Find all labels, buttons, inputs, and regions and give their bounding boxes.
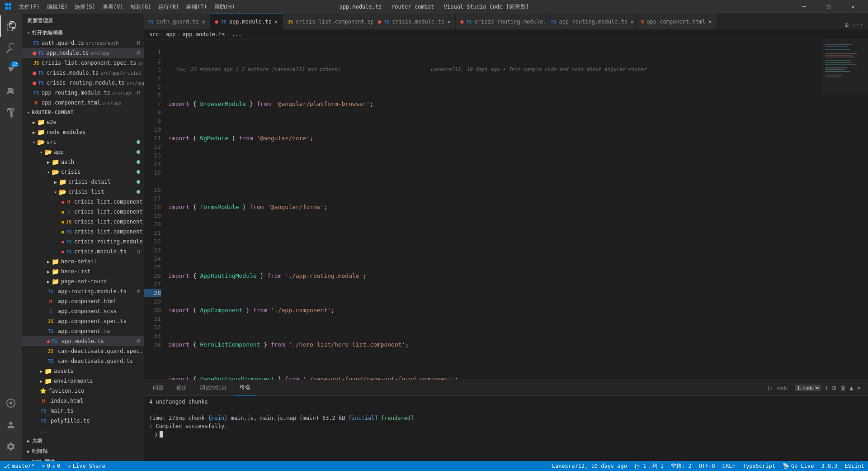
file-polyfills[interactable]: TS polyfills.ts bbox=[22, 416, 144, 426]
panel-maximize[interactable]: ▲ bbox=[849, 384, 853, 391]
activity-accounts[interactable] bbox=[0, 414, 22, 436]
outline-section[interactable]: ▶ 大纲 bbox=[22, 436, 144, 446]
folder-src[interactable]: ▾ 📂 src bbox=[22, 137, 144, 147]
breadcrumb-app[interactable]: app bbox=[166, 31, 176, 38]
status-encoding[interactable]: UTF-8 bbox=[695, 461, 719, 471]
activity-extensions[interactable] bbox=[0, 102, 22, 124]
breadcrumb-src[interactable]: src bbox=[149, 31, 159, 38]
menu-help[interactable]: 帮助(H) bbox=[211, 0, 239, 14]
open-editor-crisis-module[interactable]: ● TS crisis.module.ts src/app/crisis U bbox=[22, 68, 144, 78]
panel-tab-debug[interactable]: 调试控制台 bbox=[194, 380, 232, 396]
file-crisis-list-html[interactable]: ● H crisis-list.component.html U bbox=[22, 197, 144, 207]
router-combat-section[interactable]: ▾ ROUTER-COMBAT bbox=[22, 108, 144, 117]
file-app-module[interactable]: ● TS app.module.ts M bbox=[22, 336, 144, 346]
status-line-ending[interactable]: CRLF bbox=[719, 461, 739, 471]
folder-auth[interactable]: ▶ 📁 auth bbox=[22, 157, 144, 167]
panel-split-terminal[interactable]: ⊡ bbox=[832, 384, 836, 391]
timeline-section[interactable]: ▶ 时间轴 bbox=[22, 446, 144, 457]
breadcrumb-file[interactable]: app.module.ts bbox=[183, 31, 225, 38]
status-liveshare[interactable]: ↗ Live Share bbox=[64, 461, 109, 471]
menu-run[interactable]: 运行(R) bbox=[155, 0, 183, 14]
file-app-component-ts[interactable]: TS app.component.ts bbox=[22, 326, 144, 336]
file-crisis-module[interactable]: ● TS crisis.module.ts U bbox=[22, 247, 144, 257]
tab-more[interactable]: ··· bbox=[851, 20, 864, 29]
file-crisis-routing[interactable]: ● TS crisis-routing.module.ts U bbox=[22, 237, 144, 247]
panel-add-terminal[interactable]: + bbox=[825, 384, 828, 391]
folder-hero-detail[interactable]: ▶ 📁 hero-detail bbox=[22, 257, 144, 266]
folder-assets[interactable]: ▶ 📁 assets bbox=[22, 366, 144, 376]
menu-edit[interactable]: 编辑(E) bbox=[43, 0, 71, 14]
file-app-component-html[interactable]: H app.component.html bbox=[22, 296, 144, 306]
tab-crisis-module[interactable]: ● TS crisis.module.ts × bbox=[373, 14, 456, 29]
status-git[interactable]: ⎇ master* bbox=[0, 461, 38, 471]
open-editors-section[interactable]: ▾ 打开的编辑器 bbox=[22, 28, 144, 38]
maximize-button[interactable]: □ bbox=[818, 0, 839, 14]
status-go-live[interactable]: 📡 Go Live bbox=[779, 461, 818, 471]
minimize-button[interactable]: ─ bbox=[794, 0, 815, 14]
file-app-component-scss[interactable]: S app.component.scss bbox=[22, 306, 144, 316]
file-crisis-list-scss[interactable]: ● S crisis-list.component.scss U bbox=[22, 207, 144, 217]
menu-select[interactable]: 选择(S) bbox=[71, 0, 99, 14]
folder-page-not-found[interactable]: ▶ 📁 page-not-found bbox=[22, 276, 144, 286]
file-index-html[interactable]: H index.html bbox=[22, 396, 144, 406]
tab-app-component-html[interactable]: H app.component.html × bbox=[637, 14, 717, 29]
terminal-selector[interactable]: 1: node bbox=[795, 385, 821, 391]
menu-file[interactable]: 文件(F) bbox=[15, 0, 43, 14]
open-editor-app-module[interactable]: ● TS app.module.ts src/app M bbox=[22, 48, 144, 58]
status-spaces[interactable]: 空格: 2 bbox=[667, 461, 695, 471]
file-app-component-spec[interactable]: JS app.component.spec.ts bbox=[22, 316, 144, 326]
activity-source-control[interactable]: 22 bbox=[0, 59, 22, 81]
activity-run-debug[interactable] bbox=[0, 81, 22, 102]
tab-auth-guard[interactable]: TS auth.guard.ts × bbox=[144, 14, 210, 29]
open-editor-auth-guard[interactable]: TS auth.guard.ts src/app/auth M bbox=[22, 38, 144, 48]
panel-close[interactable]: ✕ bbox=[857, 384, 861, 391]
file-can-deactivate-spec[interactable]: JS can-deactivate.guard.spec.ts bbox=[22, 346, 144, 356]
breadcrumb-more[interactable]: ... bbox=[232, 31, 242, 38]
file-more[interactable]: ... bbox=[22, 426, 144, 436]
file-crisis-list-ts[interactable]: ● TS crisis-list.component.ts U bbox=[22, 227, 144, 237]
panel-kill-terminal[interactable]: 🗑 bbox=[840, 384, 846, 391]
panel-content[interactable]: 4 unchanged chunks chunk {main} main.js,… bbox=[144, 396, 868, 461]
activity-search[interactable] bbox=[0, 37, 22, 59]
folder-node-modules[interactable]: ▶ 📁 node_modules bbox=[22, 127, 144, 137]
file-app-routing[interactable]: TS app-routing.module.ts M bbox=[22, 286, 144, 296]
tab-crisis-routing[interactable]: ● TS crisis-routing.module.ts × bbox=[456, 14, 546, 29]
open-editor-crisis-spec[interactable]: JS crisis-list.component.spec.ts src/app… bbox=[22, 58, 144, 68]
folder-hero-list[interactable]: ▶ 📁 hero-list bbox=[22, 266, 144, 276]
tab-app-routing[interactable]: TS app-routing.module.ts × bbox=[546, 14, 637, 29]
open-editor-crisis-routing[interactable]: ● TS crisis-routing.module.ts src/app\cr… bbox=[22, 78, 144, 88]
file-favicon[interactable]: ⭐ favicon.ico bbox=[22, 386, 144, 396]
activity-settings[interactable] bbox=[0, 436, 22, 457]
status-position[interactable]: 行 1，列 1 bbox=[631, 461, 667, 471]
panel-tab-problems[interactable]: 问题 bbox=[147, 380, 169, 396]
close-button[interactable]: ✕ bbox=[843, 0, 863, 14]
tab-split-editor[interactable]: ⊞ bbox=[844, 20, 849, 29]
folder-crisis-list[interactable]: ▾ 📂 crisis-list bbox=[22, 187, 144, 197]
activity-remote[interactable] bbox=[0, 392, 22, 414]
menu-terminal[interactable]: 终端(T) bbox=[183, 0, 211, 14]
open-editor-app-component-html[interactable]: H app.component.html src/app bbox=[22, 98, 144, 108]
status-errors[interactable]: ✕ 0 ⚠ 0 bbox=[38, 461, 64, 471]
tab-crisis-list-spec[interactable]: JS crisis-list.component.spec.ts × bbox=[283, 14, 373, 29]
npm-scripts-section[interactable]: ▶ NPM 脚本 bbox=[22, 457, 144, 461]
tab-app-module[interactable]: ● TS app.module.ts × bbox=[210, 14, 283, 29]
folder-crisis-detail[interactable]: ▶ 📁 crisis-detail bbox=[22, 177, 144, 187]
status-version[interactable]: 3.8.3 bbox=[818, 461, 841, 471]
menu-view[interactable]: 查看(V) bbox=[99, 0, 127, 14]
file-crisis-list-spec[interactable]: ● JS crisis-list.component.spec.ts U bbox=[22, 217, 144, 227]
status-language[interactable]: TypeScript bbox=[739, 461, 779, 471]
activity-explorer[interactable] bbox=[0, 15, 22, 37]
file-can-deactivate[interactable]: TS can-deactivate.guard.ts bbox=[22, 356, 144, 366]
folder-app[interactable]: ▾ 📂 app bbox=[22, 147, 144, 157]
panel-tab-output[interactable]: 输出 bbox=[171, 380, 193, 396]
menu-goto[interactable]: 转到(G) bbox=[127, 0, 155, 14]
folder-e2e[interactable]: ▶ 📁 e2e bbox=[22, 117, 144, 127]
file-main-ts[interactable]: TS main.ts bbox=[22, 406, 144, 416]
folder-crisis[interactable]: ▾ 📂 crisis bbox=[22, 167, 144, 177]
status-eslint[interactable]: ESLint bbox=[841, 461, 868, 471]
folder-environments[interactable]: ▶ 📁 environments bbox=[22, 376, 144, 386]
code-editor[interactable]: You, 22 minutes ago | 2 authors (Lanesra… bbox=[166, 39, 823, 380]
status-user[interactable]: Lanesra712, 10 days ago bbox=[548, 461, 631, 471]
panel-tab-terminal[interactable]: 终端 bbox=[234, 380, 256, 396]
terminal-input[interactable]: ❯ bbox=[149, 430, 863, 438]
